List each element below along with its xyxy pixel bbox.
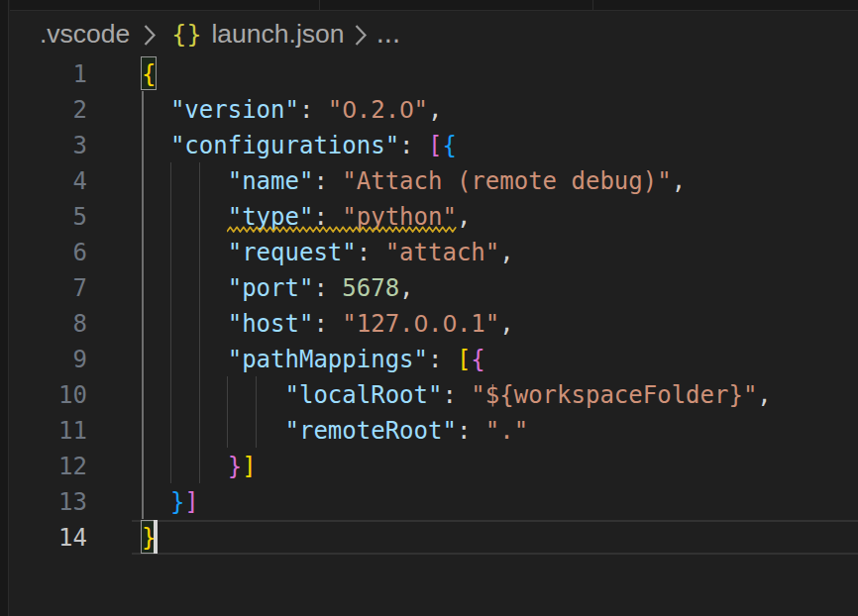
code-token-b2: {	[471, 346, 484, 373]
code-line[interactable]: 10 "localRoot": "${workspaceFolder}",	[0, 377, 858, 413]
code-token-key: "pathMappings"	[228, 346, 428, 373]
code-token-pln: ,	[457, 203, 471, 231]
code-token-pln: ,	[757, 381, 771, 409]
code-token-b3: {	[442, 132, 456, 159]
code-token-pln	[142, 239, 228, 266]
code-token-pln: :	[442, 381, 471, 409]
code-text: "localRoot": "${workspaceFolder}",	[142, 377, 772, 413]
code-token-str: "attach"	[385, 239, 500, 266]
tab-bar[interactable]	[10, 0, 858, 11]
code-token-pln: ,	[399, 274, 413, 302]
line-number[interactable]: 13	[0, 484, 87, 520]
line-number[interactable]: 11	[0, 413, 87, 449]
code-token-str: "."	[485, 417, 528, 445]
code-token-b1: [	[457, 346, 471, 373]
code-token-pln	[142, 132, 170, 159]
code-token-pln: :	[428, 346, 457, 373]
code-token-b2: [	[428, 132, 442, 159]
json-file-icon: {}	[171, 20, 201, 49]
code-token-key: "version"	[170, 96, 299, 124]
code-token-b1: {	[142, 60, 156, 88]
code-text: "remoteRoot": "."	[142, 413, 528, 449]
code-line[interactable]: 12 }]	[0, 449, 858, 484]
breadcrumb-file[interactable]: launch.json	[211, 19, 344, 50]
code-line[interactable]: 13 }]	[0, 484, 858, 520]
code-text: "name": "Attach (remote debug)",	[142, 163, 686, 199]
code-token-pln: :	[299, 96, 328, 124]
code-text: "pathMappings": [{	[142, 342, 485, 377]
code-line[interactable]: 2 "version": "0.2.0",	[0, 92, 858, 128]
code-token-key: "localRoot"	[285, 381, 443, 409]
tab-separator	[319, 0, 320, 10]
code-text: }]	[142, 484, 199, 520]
code-text: "port": 5678,	[142, 270, 414, 306]
code-token-pln: :	[313, 310, 342, 338]
code-token-pln: ,	[428, 96, 442, 124]
breadcrumb-symbol[interactable]: ...	[376, 18, 400, 49]
code-token-str: "Attach (remote debug)"	[342, 167, 671, 195]
breadcrumb: .vscode {} launch.json ...	[40, 13, 400, 55]
code-token-key: "port"	[228, 274, 314, 302]
code-token-pln: :	[399, 132, 428, 159]
code-token-pln	[142, 203, 228, 231]
code-token-pln: ,	[499, 239, 513, 266]
line-number[interactable]: 4	[0, 163, 87, 199]
line-number[interactable]: 14	[0, 520, 87, 556]
code-line[interactable]: 4 "name": "Attach (remote debug)",	[0, 163, 858, 199]
chevron-right-icon	[354, 22, 368, 48]
code-token-pln: :	[313, 274, 342, 302]
line-number[interactable]: 6	[0, 235, 87, 270]
code-line[interactable]: 6 "request": "attach",	[0, 235, 858, 270]
code-token-b3: }	[170, 488, 184, 516]
line-number[interactable]: 5	[0, 199, 87, 235]
code-area[interactable]: 1{2 "version": "0.2.0",3 "configurations…	[0, 56, 858, 556]
code-token-str: "127.0.0.1"	[342, 310, 499, 338]
code-line[interactable]: 3 "configurations": [{	[0, 128, 858, 163]
code-token-pln: :	[357, 239, 385, 266]
code-token-pln	[142, 167, 228, 195]
code-token-pln	[142, 488, 170, 516]
code-token-pln	[142, 310, 228, 338]
text-cursor	[154, 520, 158, 554]
code-token-pln: ,	[672, 167, 686, 195]
code-token-key: "name"	[228, 167, 314, 195]
code-token-pln	[142, 96, 170, 124]
chevron-right-icon	[143, 22, 157, 48]
code-token-pln: :	[313, 167, 342, 195]
line-number[interactable]: 1	[0, 56, 87, 92]
code-token-str: "0.2.0"	[328, 96, 428, 124]
code-line[interactable]: 1{	[0, 56, 858, 92]
code-text: "host": "127.0.0.1",	[142, 306, 514, 342]
code-text: {	[142, 56, 156, 92]
code-text: "request": "attach",	[142, 235, 514, 270]
code-token-b1: ]	[242, 453, 256, 480]
code-line[interactable]: 11 "remoteRoot": "."	[0, 413, 858, 449]
line-number[interactable]: 12	[0, 449, 87, 484]
code-token-b2: ]	[184, 488, 198, 516]
line-number[interactable]: 2	[0, 92, 87, 128]
code-token-key: "remoteRoot"	[285, 417, 457, 445]
code-text: "configurations": [{	[142, 128, 457, 163]
code-token-key: "configurations"	[170, 132, 399, 159]
line-number[interactable]: 8	[0, 306, 87, 342]
code-text: "version": "0.2.0",	[142, 92, 442, 128]
code-token-pln	[142, 381, 285, 409]
code-token-b2: }	[228, 453, 242, 480]
tab-separator	[592, 0, 593, 10]
code-token-key: "host"	[228, 310, 314, 338]
line-number[interactable]: 9	[0, 342, 87, 377]
code-line[interactable]: 8 "host": "127.0.0.1",	[0, 306, 858, 342]
code-line[interactable]: 9 "pathMappings": [{	[0, 342, 858, 377]
code-line[interactable]: 7 "port": 5678,	[0, 270, 858, 306]
code-token-pln	[142, 346, 228, 373]
code-token-key: "request"	[228, 239, 357, 266]
warning-squiggle	[227, 226, 457, 234]
code-token-pln	[142, 453, 228, 480]
line-number[interactable]: 7	[0, 270, 87, 306]
line-number[interactable]: 10	[0, 377, 87, 413]
code-token-pln	[142, 274, 228, 302]
breadcrumb-folder[interactable]: .vscode	[40, 19, 130, 50]
code-token-pln: :	[457, 417, 485, 445]
line-number[interactable]: 3	[0, 128, 87, 163]
code-line[interactable]: 14}	[0, 520, 858, 556]
